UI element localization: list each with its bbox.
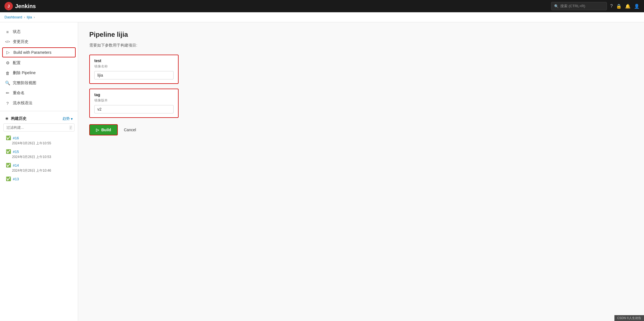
success-icon-16: ✅ bbox=[6, 135, 11, 140]
search-box[interactable]: 🔍 搜索 (CTRL+R) bbox=[551, 2, 607, 10]
notifications-icon[interactable]: 🔔 bbox=[625, 4, 631, 9]
config-icon: ⚙ bbox=[5, 60, 10, 65]
main-content: Pipeline lijia 需要如下参数用于构建项目: test 镜像名称 t… bbox=[78, 22, 644, 321]
build-link-16[interactable]: ✅ #16 bbox=[6, 135, 73, 140]
changes-icon: </> bbox=[5, 40, 10, 44]
sidebar-item-status[interactable]: ≡ 状态 bbox=[0, 27, 78, 37]
build-link-15[interactable]: ✅ #15 bbox=[6, 149, 73, 154]
action-row: ▷ Build Cancel bbox=[89, 124, 633, 135]
sidebar-item-rename[interactable]: ✏ 重命名 bbox=[0, 88, 78, 98]
breadcrumb-sep-1: › bbox=[24, 15, 25, 19]
header-left: J Jenkins bbox=[4, 2, 36, 10]
param-name-test: test bbox=[94, 59, 174, 63]
breadcrumb-dashboard[interactable]: Dashboard bbox=[4, 15, 22, 19]
sidebar-label-pipeline-syntax: 流水线语法 bbox=[13, 101, 32, 106]
sidebar-item-changes[interactable]: </> 变更历史 bbox=[0, 37, 78, 47]
param-desc-test: 镜像名称 bbox=[94, 64, 174, 69]
sidebar-item-build-with-params[interactable]: ▷ Build with Parameters bbox=[2, 47, 76, 57]
build-date-14: 2024年3月26日 上午10:46 bbox=[6, 168, 73, 173]
cancel-button[interactable]: Cancel bbox=[122, 125, 138, 135]
jenkins-icon: J bbox=[4, 2, 13, 10]
success-icon-14: ✅ bbox=[6, 163, 11, 168]
build-item-16: ✅ #16 2024年3月26日 上午10:55 bbox=[0, 134, 78, 147]
build-button[interactable]: ▷ Build bbox=[89, 124, 118, 135]
pipeline-syntax-icon: ? bbox=[5, 101, 10, 106]
jenkins-logo: J Jenkins bbox=[4, 2, 36, 10]
full-stage-icon: 🔍 bbox=[5, 81, 10, 86]
sidebar-item-pipeline-syntax[interactable]: ? 流水线语法 bbox=[0, 98, 78, 108]
success-icon-13: ✅ bbox=[6, 176, 11, 181]
subtitle: 需要如下参数用于构建项目: bbox=[89, 43, 633, 48]
sun-icon: ☀ bbox=[5, 116, 9, 121]
sidebar-label-config: 配置 bbox=[13, 60, 21, 65]
param-section-tag: tag 镜像版本 bbox=[89, 89, 633, 118]
build-history-label: 构建历史 bbox=[11, 116, 27, 121]
user-icon[interactable]: 👤 bbox=[634, 4, 640, 9]
sidebar-item-full-stage[interactable]: 🔍 完整阶段视图 bbox=[0, 78, 78, 88]
rename-icon: ✏ bbox=[5, 91, 10, 96]
build-id-16: #16 bbox=[13, 136, 19, 140]
chevron-down-icon: ▾ bbox=[71, 117, 73, 121]
trend-label: 趋势 bbox=[63, 116, 70, 121]
build-item-15: ✅ #15 2024年3月26日 上午10:53 bbox=[0, 147, 78, 161]
build-link-14[interactable]: ✅ #14 bbox=[6, 163, 73, 168]
build-history-header: ☀ 构建历史 趋势 ▾ bbox=[0, 115, 78, 123]
build-play-icon: ▷ bbox=[96, 128, 99, 132]
breadcrumb-lijia[interactable]: lijia bbox=[27, 15, 32, 19]
security-icon[interactable]: 🔒 bbox=[616, 4, 622, 9]
breadcrumb-sep-2: › bbox=[34, 15, 35, 19]
build-label: Build bbox=[101, 128, 111, 132]
build-date-15: 2024年3月26日 上午10:53 bbox=[6, 155, 73, 159]
sidebar-item-config[interactable]: ⚙ 配置 bbox=[0, 58, 78, 68]
build-date-16: 2024年3月26日 上午10:55 bbox=[6, 141, 73, 146]
param-desc-tag: 镜像版本 bbox=[94, 98, 174, 103]
page-title: Pipeline lijia bbox=[89, 31, 633, 38]
sidebar-label-full-stage: 完整阶段视图 bbox=[13, 81, 36, 86]
sidebar-label-rename: 重命名 bbox=[13, 91, 25, 96]
success-icon-15: ✅ bbox=[6, 149, 11, 154]
sidebar-label-changes: 变更历史 bbox=[13, 39, 28, 44]
build-history-title: ☀ 构建历史 bbox=[5, 116, 27, 121]
search-placeholder-text: 搜索 (CTRL+R) bbox=[560, 4, 585, 9]
jenkins-title: Jenkins bbox=[15, 3, 36, 9]
top-header: J Jenkins 🔍 搜索 (CTRL+R) ? 🔒 🔔 👤 bbox=[0, 0, 644, 12]
param-box-tag: tag 镜像版本 bbox=[89, 89, 179, 118]
build-item-14: ✅ #14 2024年3月26日 上午10:46 bbox=[0, 161, 78, 175]
param-input-test[interactable] bbox=[94, 71, 174, 79]
footer: CSDN ©人生劝告 bbox=[614, 315, 644, 321]
sidebar-label-delete: 删除 Pipeline bbox=[13, 70, 36, 76]
filter-input[interactable] bbox=[3, 123, 75, 132]
breadcrumb: Dashboard › lijia › bbox=[0, 12, 644, 22]
delete-icon: 🗑 bbox=[5, 71, 10, 76]
sidebar: ≡ 状态 </> 变更历史 ▷ Build with Parameters ⚙ … bbox=[0, 22, 78, 321]
sidebar-label-status: 状态 bbox=[13, 29, 21, 34]
param-input-tag[interactable] bbox=[94, 105, 174, 113]
build-id-14: #14 bbox=[13, 163, 19, 167]
build-id-13: #13 bbox=[13, 177, 19, 181]
sidebar-item-delete[interactable]: 🗑 删除 Pipeline bbox=[0, 68, 78, 78]
filter-slash-icon: / bbox=[69, 125, 72, 130]
status-icon: ≡ bbox=[5, 30, 10, 34]
build-item-13: ✅ #13 bbox=[0, 175, 78, 183]
trend-button[interactable]: 趋势 ▾ bbox=[63, 116, 73, 121]
build-history-section: ☀ 构建历史 趋势 ▾ / ✅ #16 2024年3月26日 上午10:55 bbox=[0, 111, 78, 183]
build-link-13[interactable]: ✅ #13 bbox=[6, 176, 73, 181]
header-right: 🔍 搜索 (CTRL+R) ? 🔒 🔔 👤 bbox=[551, 2, 640, 10]
build-params-icon: ▷ bbox=[6, 50, 11, 55]
main-layout: ≡ 状态 </> 变更历史 ▷ Build with Parameters ⚙ … bbox=[0, 22, 644, 321]
help-icon[interactable]: ? bbox=[610, 4, 613, 9]
cancel-label: Cancel bbox=[124, 128, 136, 132]
param-name-tag: tag bbox=[94, 93, 174, 97]
footer-text: CSDN ©人生劝告 bbox=[617, 316, 641, 320]
param-box-test: test 镜像名称 bbox=[89, 55, 179, 84]
sidebar-label-build-with-params: Build with Parameters bbox=[13, 50, 51, 55]
build-id-15: #15 bbox=[13, 150, 19, 154]
param-section-test: test 镜像名称 bbox=[89, 55, 633, 84]
filter-box: / bbox=[3, 123, 75, 132]
search-icon: 🔍 bbox=[554, 4, 559, 8]
